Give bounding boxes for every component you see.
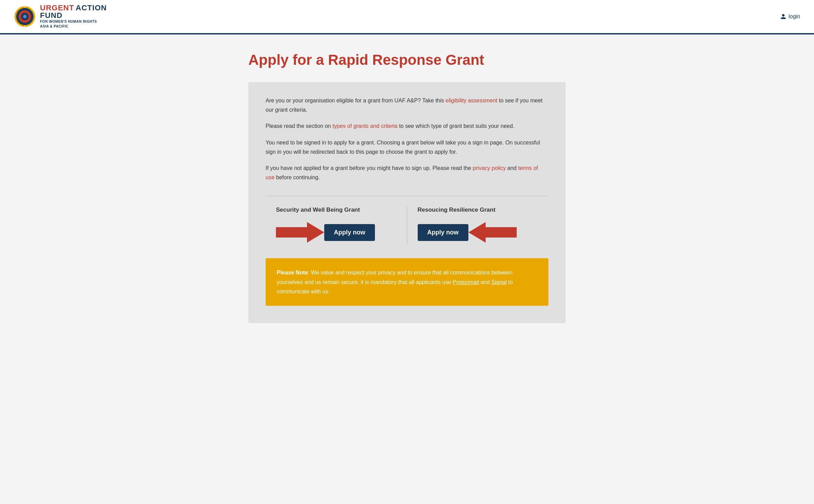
signal-link[interactable]: Signal [492,279,507,285]
svg-point-5 [24,6,26,8]
arrow-left-icon [468,220,517,244]
arrow-right-icon [276,220,324,244]
grant1-title: Security and Well Being Grant [276,206,360,213]
para4-text-before: If you have not applied for a grant befo… [266,165,473,171]
grants-section: Security and Well Being Grant Apply now … [266,196,548,244]
user-icon [780,13,786,20]
logo-area: URGENT ACTION FUND FOR WOMEN'S HUMAN RIG… [14,4,107,29]
grant-card-2: Resoucing Resilience Grant Apply now [407,206,549,244]
grant-types-paragraph: Please read the section on types of gran… [266,121,548,131]
para2-text-before: Please read the section on [266,123,332,129]
para1-text-before: Are you or your organisation eligible fo… [266,98,446,103]
logo-sub2: ASIA & PACIFIC [40,24,107,29]
grant1-inner: Apply now [276,220,397,244]
logo-action: ACTION [76,3,107,12]
eligibility-assessment-link[interactable]: eligibility assessment [446,98,497,103]
para4-text-after: before continuing. [275,174,320,180]
svg-point-6 [24,26,26,27]
note-text-between: and [479,279,492,285]
sign-in-paragraph: You need to be signed in to apply for a … [266,138,548,157]
login-label: login [788,13,800,20]
svg-point-4 [23,15,27,18]
grant-card-1: Security and Well Being Grant Apply now [266,206,407,244]
protonmail-link[interactable]: Protonmail [453,279,479,285]
grant2-title: Resoucing Resilience Grant [418,206,496,213]
logo-text: URGENT ACTION FUND FOR WOMEN'S HUMAN RIG… [40,4,107,29]
content-box: Are you or your organisation eligible fo… [248,82,566,323]
para2-text-after: to see which type of grant best suits yo… [397,123,514,129]
eligibility-paragraph: Are you or your organisation eligible fo… [266,96,548,114]
svg-marker-8 [468,222,517,243]
grant2-inner: Apply now [418,220,538,244]
logo-fund: FUND [40,11,62,20]
privacy-policy-link[interactable]: privacy policy [473,165,506,171]
grant-types-link[interactable]: types of grants and criteria [332,123,398,129]
note-box: Please Note: We value and respect your p… [266,258,548,306]
privacy-paragraph: If you have not applied for a grant befo… [266,163,548,182]
logo-icon [14,6,36,28]
logo-sub1: FOR WOMEN'S HUMAN RIGHTS [40,19,107,24]
apply-now-button-2[interactable]: Apply now [418,224,468,241]
main-content: Apply for a Rapid Response Grant Are you… [241,34,573,351]
login-link[interactable]: login [780,13,800,20]
note-bold: Please Note [277,270,308,275]
page-title: Apply for a Rapid Response Grant [248,52,566,68]
para4-text-between: and [506,165,518,171]
site-header: URGENT ACTION FUND FOR WOMEN'S HUMAN RIG… [0,0,814,34]
apply-now-button-1[interactable]: Apply now [324,224,375,241]
svg-marker-7 [276,222,324,243]
